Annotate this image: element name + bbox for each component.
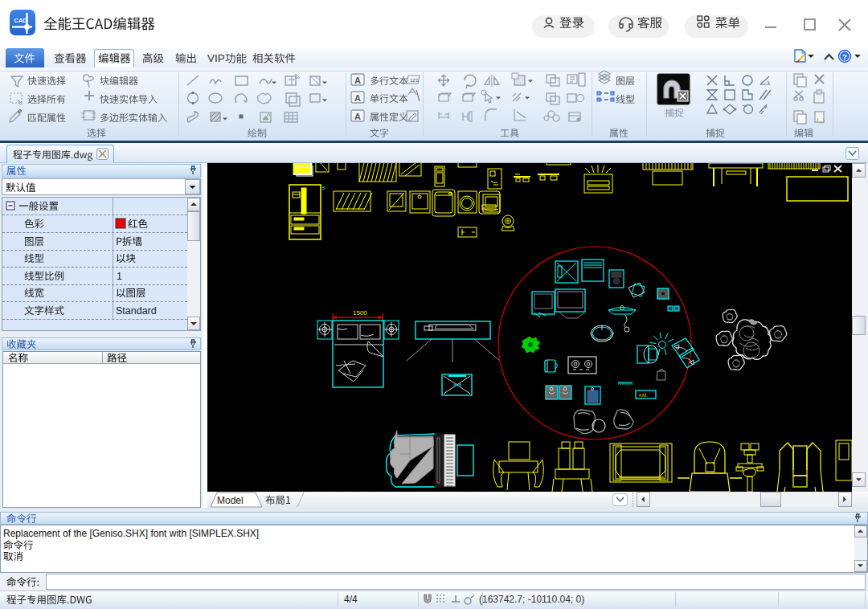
svg-text:KM.: KM. [639,393,648,398]
svg-text:.: . [576,364,577,369]
svg-text:5: 5 [322,186,326,190]
svg-text:MMMMMM: MMMMMM [618,382,633,386]
svg-text:1500: 1500 [353,309,367,317]
